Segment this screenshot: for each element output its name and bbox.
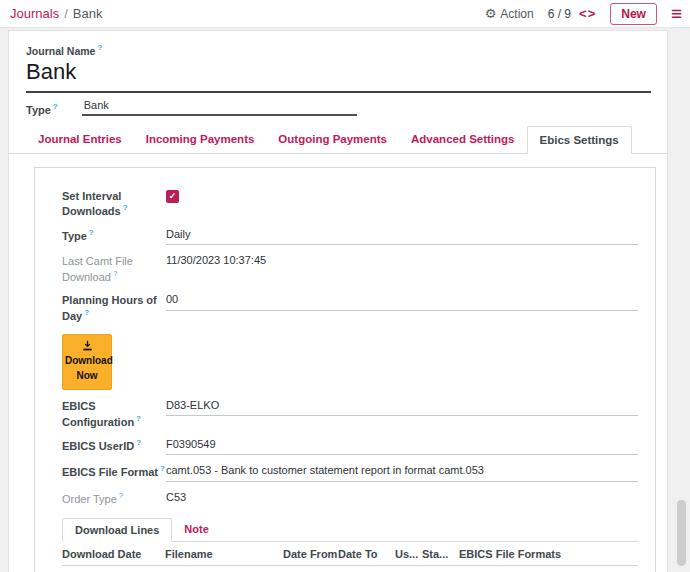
tab-note[interactable]: Note: [172, 518, 220, 541]
ebics-settings-panel: Set Interval Downloads? Type? Daily Last…: [34, 167, 656, 572]
action-menu-button[interactable]: ⚙ Action: [485, 6, 534, 21]
set-interval-downloads-checkbox[interactable]: [166, 190, 179, 203]
breadcrumb-separator: /: [64, 6, 68, 21]
col-header-date-to[interactable]: Date To: [338, 542, 395, 565]
help-marker-icon: ?: [89, 228, 94, 237]
action-label: Action: [500, 7, 533, 21]
gear-icon: ⚙: [485, 6, 497, 21]
col-header-filename[interactable]: Filename: [165, 542, 283, 565]
help-marker-icon: ?: [53, 102, 58, 111]
breadcrumb: Journals / Bank: [10, 6, 102, 21]
cell-filename: D83-ELKO_K0390427_2023-11-30_C: [165, 566, 283, 572]
ebics-configuration-label: EBICS Configuration?: [62, 398, 166, 429]
journal-type-field[interactable]: Bank: [82, 99, 357, 116]
record-pager: 6 / 9 <>: [548, 6, 597, 21]
tab-advanced-settings[interactable]: Advanced Settings: [399, 126, 527, 153]
col-header-user[interactable]: Us...: [395, 542, 422, 565]
ebics-file-format-label: EBICS File Format?: [62, 463, 166, 480]
ebics-userid-label: EBICS UserID?: [62, 437, 166, 454]
journal-type-row: Type? Bank: [9, 93, 667, 116]
interval-type-label: Type?: [62, 227, 166, 244]
help-marker-icon: ?: [84, 308, 89, 317]
tab-journal-entries[interactable]: Journal Entries: [26, 126, 134, 153]
form-sheet: Journal Name? Bank Type? Bank Journal En…: [8, 30, 668, 572]
last-camt-label: Last Camt File Download?: [62, 253, 166, 284]
set-interval-downloads-row: Set Interval Downloads?: [62, 188, 638, 219]
help-marker-icon: ?: [123, 203, 128, 212]
download-lines-table: Download Date Filename Date From Date To…: [62, 542, 638, 572]
ebics-file-format-field[interactable]: camt.053 - Bank to customer statement re…: [166, 463, 638, 481]
pager-next-icon[interactable]: >: [588, 6, 597, 21]
order-type-row: Order Type? C53: [62, 490, 638, 507]
table-header-row: Download Date Filename Date From Date To…: [62, 542, 638, 566]
pager-counter: 6 / 9: [548, 7, 571, 21]
download-now-button[interactable]: Download Now: [62, 334, 112, 390]
journal-name-label: Journal Name?: [26, 43, 651, 57]
col-header-date-from[interactable]: Date From: [283, 542, 338, 565]
lines-notebook-tabs: Download Lines Note: [62, 518, 638, 542]
pager-prev-icon[interactable]: <: [579, 6, 588, 21]
col-header-download-date[interactable]: Download Date: [62, 542, 165, 565]
journal-name-block: Journal Name? Bank: [9, 43, 667, 93]
planning-hours-label: Planning Hours of Day?: [62, 292, 166, 323]
help-marker-icon: ?: [136, 414, 141, 423]
set-interval-downloads-label: Set Interval Downloads?: [62, 188, 166, 219]
table-row[interactable]: 11/30/2023 10:37:43 D83-ELKO_K0390427_20…: [62, 566, 638, 572]
tab-incoming-payments[interactable]: Incoming Payments: [134, 126, 267, 153]
cell-download-date: 11/30/2023 10:37:43: [62, 566, 165, 572]
cell-date-to: 11/30/2023: [338, 566, 395, 572]
tab-download-lines[interactable]: Download Lines: [62, 518, 172, 542]
cell-user: Bot: [395, 566, 422, 572]
topbar-controls: ⚙ Action 6 / 9 <> New ≡: [485, 3, 682, 25]
tab-ebics-settings[interactable]: Ebics Settings: [527, 126, 632, 154]
interval-type-select[interactable]: Daily: [166, 227, 638, 245]
col-header-process: [610, 548, 656, 559]
planning-hours-row: Planning Hours of Day? 00: [62, 292, 638, 323]
process-button[interactable]: Process: [610, 566, 656, 572]
help-marker-icon: ?: [160, 464, 165, 473]
tab-outgoing-payments[interactable]: Outgoing Payments: [266, 126, 399, 153]
journal-name-field[interactable]: Bank: [26, 57, 651, 93]
pager-arrows: <>: [579, 6, 596, 21]
col-header-state[interactable]: Sta...: [422, 542, 459, 565]
journal-type-label: Type?: [26, 102, 58, 116]
ebics-file-format-row: EBICS File Format? camt.053 - Bank to cu…: [62, 463, 638, 481]
order-type-label: Order Type?: [62, 490, 166, 507]
interval-type-row: Type? Daily: [62, 227, 638, 245]
ebics-userid-field[interactable]: F0390549: [166, 437, 638, 455]
order-type-value: C53: [166, 490, 638, 504]
download-now-label: Download Now: [65, 355, 113, 381]
cell-file-format: camt.053 - Bank to customer staten: [459, 566, 610, 572]
vertical-scrollbar-thumb[interactable]: [677, 500, 686, 566]
ebics-configuration-row: EBICS Configuration? D83-ELKO: [62, 398, 638, 429]
cell-state: Draft: [422, 566, 459, 572]
breadcrumb-current-record: Bank: [73, 6, 103, 21]
notebook-tabs: Journal Entries Incoming Payments Outgoi…: [9, 126, 667, 154]
help-marker-icon: ?: [97, 43, 102, 52]
col-header-file-formats[interactable]: EBICS File Formats: [459, 542, 610, 565]
download-icon: [81, 340, 94, 352]
top-bar: Journals / Bank ⚙ Action 6 / 9 <> New ≡: [0, 0, 690, 28]
planning-hours-input[interactable]: 00: [166, 292, 638, 310]
last-camt-row: Last Camt File Download? 11/30/2023 10:3…: [62, 253, 638, 284]
help-marker-icon: ?: [113, 269, 117, 278]
ebics-userid-row: EBICS UserID? F0390549: [62, 437, 638, 455]
ebics-configuration-field[interactable]: D83-ELKO: [166, 398, 638, 416]
breadcrumb-journals-link[interactable]: Journals: [10, 6, 59, 21]
last-camt-value: 11/30/2023 10:37:45: [166, 253, 638, 267]
help-marker-icon: ?: [136, 438, 141, 447]
new-button[interactable]: New: [610, 3, 657, 25]
hamburger-menu-icon[interactable]: ≡: [671, 4, 682, 23]
cell-date-from: 11/27/2023: [283, 566, 338, 572]
help-marker-icon: ?: [119, 491, 123, 500]
